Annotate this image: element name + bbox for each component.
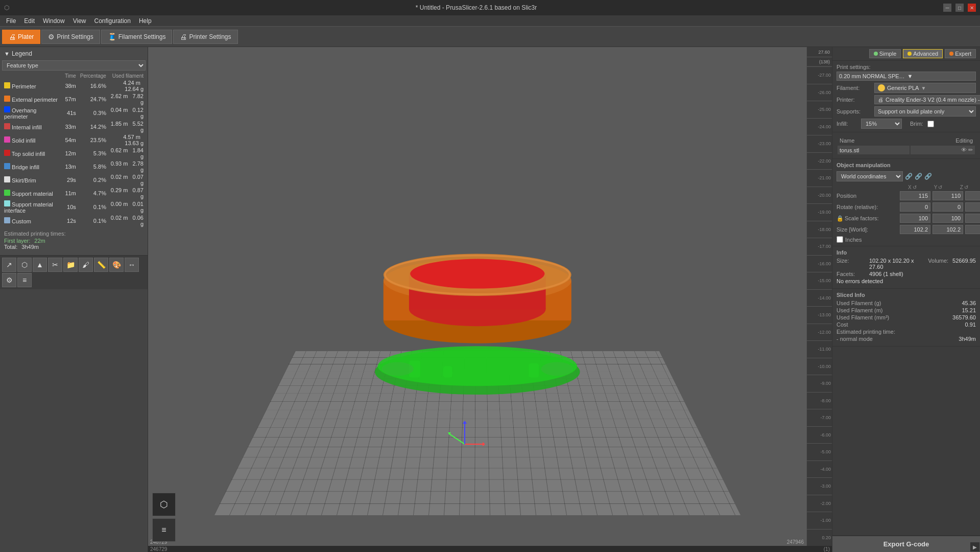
object-eye-icon[interactable]: 👁 [961, 147, 967, 153]
filament-value-box[interactable]: Generic PLA ▼ [874, 83, 976, 93]
feature-name-cell: Support material [2, 187, 63, 200]
feature-row: Skirt/Brim 29s 0.2% 0.02 m 0.07 g [2, 173, 146, 187]
window-controls[interactable]: ─ □ ✕ [943, 4, 976, 12]
seam-painting-button[interactable]: 🎨 [109, 258, 124, 272]
object-edit-icon[interactable]: ✏ [968, 147, 973, 153]
toolbar-tab-printer-settings[interactable]: 🖨Printer Settings [173, 30, 237, 44]
simple-label: Simple [879, 51, 897, 57]
add-part-button[interactable]: ↗ [2, 258, 16, 272]
3d-viewport[interactable] [148, 47, 806, 546]
feature-row: Bridge infill 13m 5.8% 0.93 m 2.78 g [2, 160, 146, 173]
add-modifier-button[interactable]: ⬡ [17, 258, 32, 272]
svg-line-18 [449, 434, 465, 444]
feature-filament-cell: 0.02 m 0.06 g [108, 214, 146, 227]
infill-select[interactable]: 15% [861, 119, 902, 129]
feature-time-cell: 54m [63, 133, 78, 147]
minimize-button[interactable]: ─ [943, 4, 951, 12]
sliced-key: Used Filament (m) [836, 307, 882, 313]
support-points-button[interactable]: ▲ [33, 258, 47, 272]
menu-item-edit[interactable]: Edit [20, 16, 39, 26]
sliced-info-section: Sliced Info Used Filament (g) 45.36 Used… [832, 289, 980, 347]
feature-name-cell: Support material interface [2, 200, 63, 214]
coord-system-select[interactable]: World coordinates [836, 171, 903, 181]
position-row: Position mm [836, 191, 976, 200]
scale-z-input[interactable] [965, 214, 980, 223]
height-range-button[interactable]: 📏 [94, 258, 108, 272]
feature-name-cell: Internal infill [2, 120, 63, 133]
z-reset-icon[interactable]: ↺ [964, 185, 968, 190]
menu-item-view[interactable]: View [69, 16, 90, 26]
viewport-area[interactable]: 27.60 (138) -27.00-26.00-25.00-24.00-23.… [148, 47, 832, 552]
size-y-input[interactable] [933, 225, 963, 234]
menu-item-help[interactable]: Help [135, 16, 156, 26]
object-row[interactable]: torus.stl 👁 ✏ [838, 146, 975, 154]
object-manipulation-section: Object manipulation World coordinates 🔗 … [832, 159, 980, 246]
simple-mode-button[interactable]: Simple [869, 49, 901, 58]
toolbar-tab-filament-settings[interactable]: 🧵Filament Settings [101, 30, 173, 44]
sliced-val: 36579.60 [952, 314, 976, 320]
feature-name-cell: Top solid infill [2, 147, 63, 160]
expert-mode-button[interactable]: Expert [945, 49, 976, 58]
left-panel: ▼ Legend Feature type Time Percentage Us… [0, 47, 148, 552]
export-settings-button[interactable]: ▶ [970, 542, 980, 552]
z-link-icon[interactable]: 🔗 [924, 173, 932, 180]
ruler-mark: -8.00 [807, 392, 832, 409]
print-settings-value-box[interactable]: 0.20 mm NORMAL SPEED (0.4 mm nozzle) @CR… [836, 72, 976, 81]
inches-checkbox[interactable] [836, 236, 843, 243]
toolbar-tab-print-settings[interactable]: ⚙Print Settings [41, 30, 100, 44]
scale-x-input[interactable] [900, 214, 930, 223]
feature-pct-cell: 0.1% [78, 200, 108, 214]
feature-type-dropdown[interactable]: Feature type [2, 60, 146, 71]
menu-item-window[interactable]: Window [39, 16, 69, 26]
ruler-mark: -13.00 [807, 306, 832, 324]
volume-info-value: 52669.95 [952, 258, 976, 270]
feature-row: Support material interface 10s 0.1% 0.00… [2, 200, 146, 214]
position-y-input[interactable] [933, 191, 963, 200]
add-stl-button[interactable]: 📁 [63, 258, 78, 272]
paint-supports-button[interactable]: 🖌 [79, 258, 93, 272]
feature-row: Support material 11m 4.7% 0.29 m 0.87 g [2, 187, 146, 200]
y-reset-icon[interactable]: ↺ [938, 185, 942, 190]
ruler-mark: -22.00 [807, 152, 832, 170]
size-info-value: 102.20 x 102.20 x 27.60 [869, 258, 922, 270]
rotate-z-input[interactable] [965, 202, 980, 212]
object-name-cell: torus.stl [838, 146, 910, 154]
settings-button[interactable]: ⚙ [2, 273, 16, 287]
position-x-input[interactable] [900, 191, 930, 200]
titlebar: ⬡ * Untitled - PrusaSlicer-2.6.1 based o… [0, 0, 980, 15]
feature-filament-cell: 4.57 m 13.63 g [108, 133, 146, 147]
menu-item-file[interactable]: File [2, 16, 20, 26]
layers-view-button[interactable]: ≡ [152, 518, 176, 542]
close-button[interactable]: ✕ [968, 4, 976, 12]
ruler-mark: -20.00 [807, 187, 832, 204]
lock-icon[interactable]: 🔒 [836, 215, 844, 222]
size-z-input[interactable] [965, 225, 980, 234]
feature-pct-cell: 0.1% [78, 214, 108, 227]
printer-value-box[interactable]: 🖨 Creality Ender-3 V2 (0.4 mm nozzle) - … [874, 95, 980, 104]
supports-select[interactable]: Support on build plate only [874, 106, 976, 117]
perspective-view-button[interactable]: ⬡ [152, 493, 176, 516]
advanced-mode-button[interactable]: Advanced [903, 49, 943, 58]
y-link-icon[interactable]: 🔗 [915, 173, 922, 180]
bottom-statusbar: 246729 (1) [148, 546, 832, 552]
rotate-x-input[interactable] [900, 202, 930, 212]
layer-view-button[interactable]: ≡ [17, 273, 32, 287]
brim-checkbox[interactable] [927, 121, 934, 127]
menu-item-configuration[interactable]: Configuration [90, 16, 135, 26]
toolbar-tab-plater[interactable]: 🖨Plater [2, 30, 40, 44]
maximize-button[interactable]: □ [955, 4, 964, 12]
layer-text: (1) [824, 546, 830, 552]
export-gcode-button[interactable]: Export G-code [832, 536, 980, 552]
cut-button[interactable]: ✂ [48, 258, 62, 272]
rotate-row: Rotate (relative): ° [836, 202, 976, 212]
x-link-icon[interactable]: 🔗 [905, 173, 913, 180]
position-z-input[interactable] [965, 191, 980, 200]
sliced-row: Used Filament (m) 15.21 [836, 307, 976, 313]
scale-y-input[interactable] [933, 214, 963, 223]
feature-name-cell: Bridge infill [2, 160, 63, 173]
mirror-button[interactable]: ↔ [125, 258, 139, 272]
x-reset-icon[interactable]: ↺ [913, 185, 917, 190]
rotate-y-input[interactable] [933, 202, 963, 212]
size-row: Size [World]: mm [836, 225, 976, 234]
size-x-input[interactable] [900, 225, 930, 234]
